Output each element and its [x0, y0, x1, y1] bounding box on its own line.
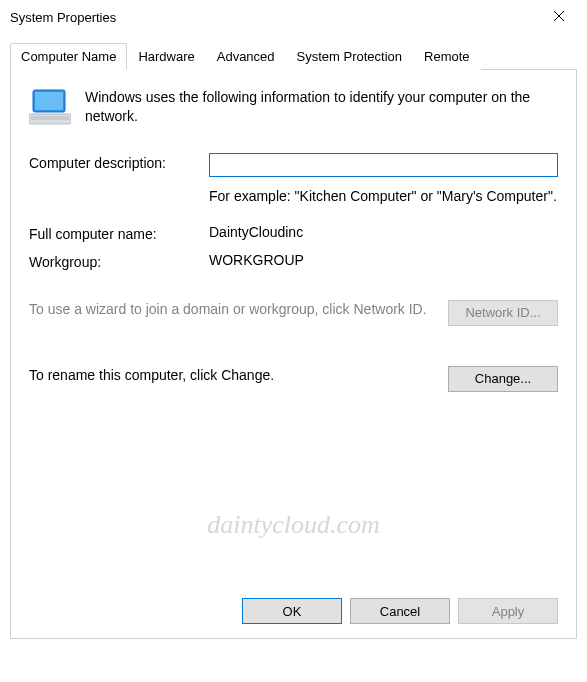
tab-hardware[interactable]: Hardware	[127, 43, 205, 70]
close-icon	[553, 10, 565, 25]
close-button[interactable]	[539, 3, 579, 31]
tab-strip: Computer Name Hardware Advanced System P…	[10, 43, 577, 70]
fullname-label: Full computer name:	[29, 224, 209, 242]
fullname-value: DaintyCloudinc	[209, 224, 558, 240]
tab-computer-name[interactable]: Computer Name	[10, 43, 127, 70]
tab-remote[interactable]: Remote	[413, 43, 481, 70]
rename-hint-text: To rename this computer, click Change.	[29, 366, 436, 385]
workgroup-value: WORKGROUP	[209, 252, 558, 268]
change-button[interactable]: Change...	[448, 366, 558, 392]
wizard-hint-text: To use a wizard to join a domain or work…	[29, 300, 436, 319]
tab-panel-computer-name: Windows uses the following information t…	[10, 69, 577, 639]
ok-button[interactable]: OK	[242, 598, 342, 624]
cancel-button[interactable]: Cancel	[350, 598, 450, 624]
watermark-text: daintycloud.com	[11, 510, 576, 540]
description-label: Computer description:	[29, 153, 209, 171]
workgroup-label: Workgroup:	[29, 252, 209, 270]
svg-rect-5	[31, 116, 69, 120]
window-title: System Properties	[10, 10, 116, 25]
network-id-button: Network ID...	[448, 300, 558, 326]
svg-rect-3	[35, 92, 63, 110]
computer-icon	[29, 88, 71, 131]
intro-text: Windows uses the following information t…	[85, 88, 558, 131]
tab-advanced[interactable]: Advanced	[206, 43, 286, 70]
tab-system-protection[interactable]: System Protection	[286, 43, 414, 70]
description-example: For example: "Kitchen Computer" or "Mary…	[209, 187, 558, 206]
description-input[interactable]	[209, 153, 558, 177]
apply-button: Apply	[458, 598, 558, 624]
